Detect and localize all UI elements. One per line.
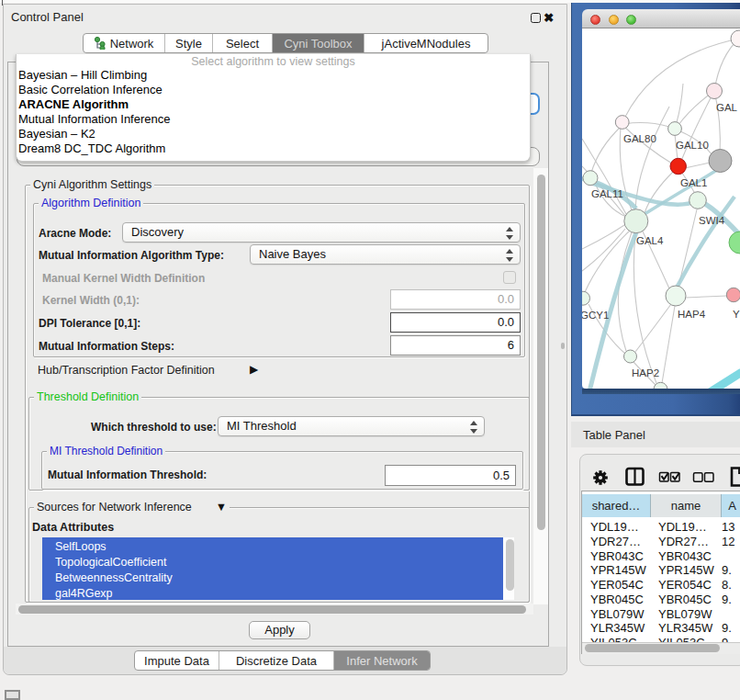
svg-text:HAP4: HAP4 xyxy=(678,309,706,320)
svg-text:GAL80: GAL80 xyxy=(623,133,656,144)
svg-text:GAL11: GAL11 xyxy=(591,188,623,199)
svg-text:GAL10: GAL10 xyxy=(676,140,709,151)
svg-text:GCY1: GCY1 xyxy=(582,310,609,321)
svg-text:SWI4: SWI4 xyxy=(699,215,725,226)
svg-text:GAL: GAL xyxy=(716,102,738,113)
svg-text:GAL1: GAL1 xyxy=(680,177,707,188)
svg-text:GAL4: GAL4 xyxy=(636,235,664,246)
svg-text:HAP2: HAP2 xyxy=(632,367,659,378)
svg-text:Y: Y xyxy=(733,309,740,320)
